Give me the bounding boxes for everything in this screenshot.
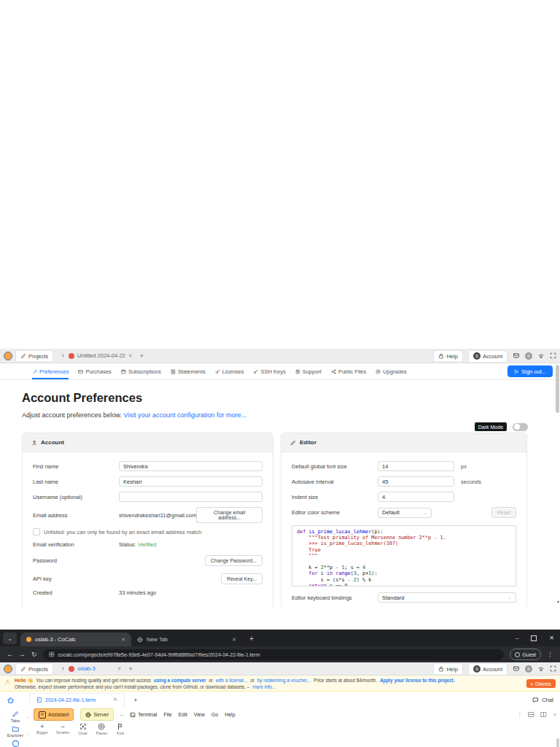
- project-tab[interactable]: oslab-3 ✕: [56, 665, 125, 672]
- help-tab[interactable]: Help: [433, 663, 462, 674]
- last-name-input[interactable]: [119, 476, 262, 487]
- pause-terminal-button[interactable]: Pause: [96, 723, 108, 735]
- sidebar-item-tabs[interactable]: Tabs ›: [11, 711, 20, 723]
- clear-terminal-button[interactable]: Clear: [78, 723, 88, 735]
- project-tab[interactable]: Untitled 2024-04-22 ✕: [56, 352, 137, 359]
- nav-subscriptions[interactable]: Subscriptions: [121, 363, 161, 379]
- wifi-icon[interactable]: [537, 352, 545, 359]
- nav-public-files[interactable]: Public Files: [331, 363, 366, 379]
- close-frame-icon[interactable]: ✕: [553, 712, 557, 718]
- close-tab-icon[interactable]: ✕: [232, 637, 236, 643]
- chat-button[interactable]: Chat: [532, 697, 553, 703]
- assistant-button[interactable]: AI Assistant: [34, 708, 74, 721]
- notifications-badge[interactable]: 0: [525, 665, 532, 673]
- account-config-link[interactable]: Visit your account configuration for mor…: [124, 411, 246, 419]
- username-input[interactable]: [119, 492, 262, 502]
- open-file-tab[interactable]: 2024-04-22-file-1.term ✕: [29, 693, 125, 708]
- scrollbar-thumb[interactable]: [556, 365, 559, 413]
- bigger-font-button[interactable]: + Bigger: [36, 723, 48, 735]
- indent-input[interactable]: [378, 492, 454, 502]
- nav-support[interactable]: Support: [295, 363, 322, 379]
- reload-icon[interactable]: ↻: [31, 651, 37, 658]
- chevron-right-icon[interactable]: ›: [28, 715, 29, 719]
- chevron-right-icon[interactable]: ›: [28, 732, 29, 736]
- menu-view[interactable]: View: [194, 712, 205, 717]
- close-tab-icon[interactable]: ✕: [128, 353, 133, 359]
- browser-menu-icon[interactable]: ⋮: [547, 651, 553, 658]
- browser-tab-newtab[interactable]: New Tab ✕: [131, 632, 242, 646]
- split-horizontal-icon[interactable]: [528, 711, 534, 718]
- guest-profile-button[interactable]: Guest: [510, 649, 541, 660]
- menu-help[interactable]: Help: [225, 712, 235, 717]
- split-vertical-icon[interactable]: [540, 711, 547, 718]
- sidebar-item-more[interactable]: [12, 740, 20, 747]
- mail-icon[interactable]: [513, 352, 520, 359]
- account-tab[interactable]: S Account: [468, 663, 508, 675]
- terminal-output[interactable]: ~$ pwd /home/user ~$ cal 2023: [34, 738, 553, 747]
- more-info-link[interactable]: more info...: [252, 684, 276, 689]
- menu-terminal[interactable]: Terminal: [130, 712, 157, 718]
- sign-out-button[interactable]: Sign out...: [508, 365, 553, 377]
- first-name-input[interactable]: [119, 461, 262, 471]
- font-size-input[interactable]: [378, 461, 454, 471]
- back-icon[interactable]: ←: [7, 651, 13, 658]
- menu-file[interactable]: File: [163, 712, 171, 717]
- scroll-down-arrow[interactable]: ▾: [557, 599, 559, 604]
- dark-mode-toggle[interactable]: [513, 423, 528, 431]
- fullscreen-icon[interactable]: [550, 665, 556, 672]
- apply-license-link[interactable]: Apply your license to this project.: [380, 678, 455, 683]
- nav-upgrades[interactable]: Upgrades: [376, 363, 407, 379]
- license-link[interactable]: with a license...: [216, 678, 248, 683]
- kebab-menu-icon[interactable]: ⋮: [517, 712, 522, 718]
- cocalc-logo-icon[interactable]: [4, 352, 12, 360]
- terminal-scrollbar-thumb[interactable]: [556, 739, 559, 747]
- site-settings-icon[interactable]: [49, 651, 55, 657]
- close-window-button[interactable]: ✕: [549, 635, 554, 641]
- new-tab-button[interactable]: +: [249, 635, 254, 643]
- voucher-link[interactable]: by redeeming a voucher...: [257, 678, 311, 683]
- autosave-input[interactable]: [378, 476, 454, 487]
- forward-icon[interactable]: →: [19, 651, 26, 658]
- reveal-key-button[interactable]: Reveal Key...: [221, 573, 262, 584]
- nav-preferences[interactable]: Preferences: [32, 363, 69, 379]
- nav-ssh-keys[interactable]: SSH Keys: [253, 363, 285, 379]
- nav-licenses[interactable]: Licenses: [215, 363, 244, 379]
- compute-server-link[interactable]: using a compute server: [154, 678, 206, 683]
- wifi-icon[interactable]: [537, 665, 545, 672]
- fullscreen-icon[interactable]: [550, 352, 556, 359]
- new-tab-button[interactable]: +: [129, 665, 133, 673]
- account-tab[interactable]: S Account: [468, 350, 508, 362]
- server-button[interactable]: Server: [80, 708, 114, 721]
- new-file-tab-button[interactable]: +: [133, 697, 137, 704]
- help-tab[interactable]: Help: [433, 350, 462, 361]
- close-tab-icon[interactable]: ✕: [121, 637, 125, 643]
- nav-purchases[interactable]: Purchases: [78, 363, 111, 379]
- keyboard-bindings-select[interactable]: Standard ⌄: [378, 592, 516, 603]
- home-icon[interactable]: [7, 696, 15, 704]
- browser-tab-cocalc[interactable]: oslab-3 - CoCalc ✕: [20, 632, 131, 646]
- change-password-button[interactable]: Change Password...: [205, 555, 262, 566]
- color-scheme-select[interactable]: Default ⌄: [378, 508, 432, 518]
- reset-button[interactable]: Reset: [491, 507, 516, 518]
- smaller-font-button[interactable]: − Smaller: [56, 723, 70, 735]
- dismiss-button[interactable]: x Dismiss: [526, 679, 556, 688]
- projects-button[interactable]: Projects: [15, 350, 53, 361]
- close-file-icon[interactable]: ✕: [113, 697, 117, 703]
- close-tab-icon[interactable]: ✕: [117, 666, 122, 672]
- cocalc-logo-icon[interactable]: [4, 665, 12, 673]
- maximize-button[interactable]: [531, 635, 537, 641]
- sidebar-item-explorer[interactable]: Explorer ›: [7, 725, 23, 738]
- menu-go[interactable]: Go: [211, 712, 218, 717]
- minimize-button[interactable]: –: [516, 635, 518, 641]
- nav-statements[interactable]: Statements: [171, 363, 206, 379]
- kick-users-button[interactable]: Kick: [115, 723, 125, 735]
- tab-search-chevron-icon[interactable]: ⌄: [3, 632, 17, 644]
- change-email-button[interactable]: Change email address...: [196, 507, 262, 523]
- menu-edit[interactable]: Edit: [179, 712, 187, 717]
- mail-icon[interactable]: [513, 665, 520, 672]
- unlisted-checkbox[interactable]: [33, 528, 40, 535]
- projects-button[interactable]: Projects: [15, 663, 53, 674]
- url-field[interactable]: cocalc.com/projects/e9978e5e-93e6-4e07-9…: [43, 649, 505, 660]
- notifications-badge[interactable]: 0: [525, 352, 532, 360]
- new-tab-button[interactable]: +: [140, 352, 144, 360]
